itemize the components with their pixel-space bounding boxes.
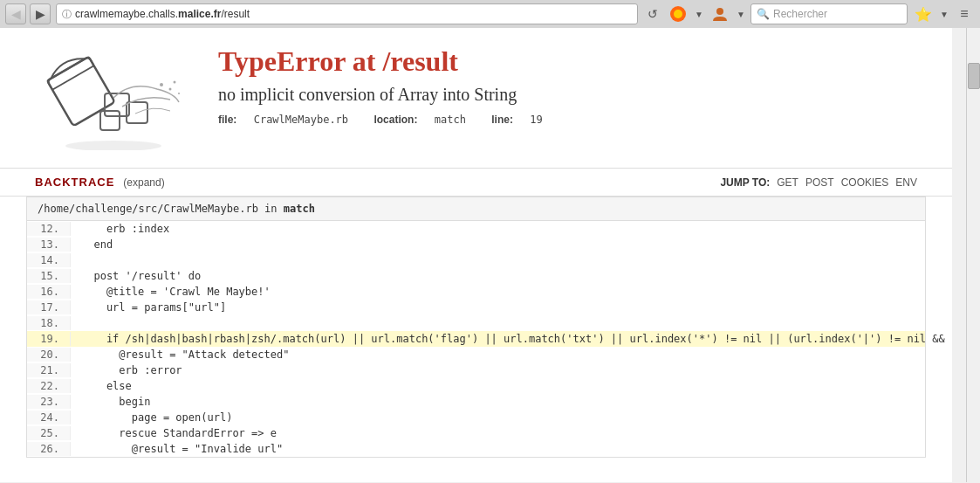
line-number: 12. [27,222,71,236]
error-header: TypeError at /result no implicit convers… [0,28,952,169]
svg-point-10 [174,81,176,84]
file-path-text: /home/challenge/src/CrawlMeMaybe.rb [38,203,258,215]
file-label: file: [218,114,236,126]
location-label: location: [373,114,417,126]
line-number: 14. [27,253,71,267]
reload-button[interactable]: ↺ [643,4,662,24]
dropdown-arrow-3[interactable]: ▼ [938,3,950,24]
code-text: rescue StandardError => e [71,427,277,439]
address-bar[interactable]: ⓘ crawlmemaybe.challs.malice.fr/result [56,3,638,24]
line-number: 26. [27,442,71,456]
nav-bar: ◀ ▶ ⓘ crawlmemaybe.challs.malice.fr/resu… [0,0,980,28]
code-line: 20. @result = "Attack detected" [27,347,925,362]
code-text: end [71,238,113,251]
address-domain: malice.fr [178,8,221,20]
svg-point-1 [674,10,682,18]
nav-icons: ▼ ▼ [666,3,747,24]
code-line: 23. begin [27,394,925,410]
line-number: 17. [27,300,71,314]
jump-cookies[interactable]: COOKIES [841,176,889,189]
svg-rect-6 [100,111,120,130]
backtrace-left: BACKTRACE (expand) [35,176,165,189]
file-path-in: in [264,203,284,215]
code-line: 13. end [27,237,925,252]
backtrace-label: BACKTRACE [35,176,114,189]
error-info: TypeError at /result no implicit convers… [218,45,917,126]
nav-extra-icons: ⭐ ▼ [911,3,950,24]
code-line: 19. if /sh|dash|bash|rbash|zsh/.match(ur… [27,331,925,347]
lock-icon: ⓘ [62,8,72,21]
code-line: 18. [27,315,925,331]
line-number: 13. [27,238,71,252]
forward-button[interactable]: ▶ [30,3,51,24]
line-number: 15. [27,269,71,283]
code-line: 21. erb :error [27,362,925,378]
file-path-match: match [284,203,315,215]
svg-point-8 [160,83,163,86]
error-title: TypeError at /result [218,45,917,78]
error-meta: file: CrawlMeMaybe.rb location: match li… [218,114,917,126]
line-number: 25. [27,426,71,440]
scrollbar-thumb[interactable] [968,63,980,89]
line-number: 16. [27,285,71,299]
code-block: 12. erb :index13. end14.15. post '/resul… [26,221,926,458]
code-text: @result = "Attack detected" [71,348,289,361]
code-line: 16. @title = 'Crawl Me Maybe!' [27,284,925,300]
jump-get[interactable]: GET [777,176,798,189]
svg-point-12 [65,141,161,150]
code-text: begin [71,396,150,408]
line-number: 21. [27,363,71,377]
svg-point-11 [178,93,180,94]
code-text: erb :index [71,223,169,235]
backtrace-bar: BACKTRACE (expand) JUMP TO: GET POST COO… [0,169,952,197]
dropdown-arrow-2[interactable]: ▼ [735,3,747,24]
line-number: 20. [27,348,71,362]
code-line: 26. @result = "Invalide url" [27,441,925,457]
page-content: TypeError at /result no implicit convers… [0,28,952,482]
address-text: crawlmemaybe.challs.malice.fr/result [75,8,250,20]
code-line: 24. page = open(url) [27,410,925,425]
code-text: post '/result' do [71,270,201,282]
line-value: 19 [530,114,542,126]
location-value: match [435,114,466,126]
jump-env[interactable]: ENV [895,176,917,189]
search-placeholder: Rechercher [773,8,827,20]
jump-to: JUMP TO: GET POST COOKIES ENV [720,176,917,189]
code-text: @title = 'Crawl Me Maybe!' [71,286,271,298]
file-value: CrawlMeMaybe.rb [254,114,348,126]
jump-post[interactable]: POST [805,176,834,189]
code-line: 12. erb :index [27,221,925,237]
code-line: 22. else [27,378,925,394]
line-number: 18. [27,316,71,330]
code-line: 15. post '/result' do [27,268,925,284]
browser-window: ◀ ▶ ⓘ crawlmemaybe.challs.malice.fr/resu… [0,0,980,483]
back-button[interactable]: ◀ [5,3,26,24]
line-number: 23. [27,395,71,409]
user-icon[interactable] [708,3,732,24]
splash-image [35,45,192,150]
code-line: 17. url = params["url"] [27,300,925,315]
line-number: 19. [27,332,71,346]
svg-point-2 [716,8,723,15]
expand-link[interactable]: (expand) [123,176,164,189]
search-icon: 🔍 [757,8,770,20]
scrollbar[interactable] [966,28,980,482]
dropdown-arrow-1[interactable]: ▼ [693,3,705,24]
search-bar[interactable]: 🔍 Rechercher [750,3,908,24]
file-path-bar: /home/challenge/src/CrawlMeMaybe.rb in m… [26,197,926,221]
code-text: erb :error [71,364,182,376]
code-text: @result = "Invalide url" [71,443,283,455]
line-number: 24. [27,411,71,424]
firefox-icon [666,3,690,24]
line-number: 22. [27,379,71,393]
error-message: no implicit conversion of Array into Str… [218,85,917,105]
code-text: if /sh|dash|bash|rbash|zsh/.match(url) |… [71,333,952,345]
svg-point-9 [169,88,172,91]
code-line: 25. rescue StandardError => e [27,425,925,441]
bookmark-icon[interactable]: ⭐ [911,3,935,24]
code-text: else [71,380,132,392]
code-text: page = open(url) [71,411,232,424]
code-line: 14. [27,252,925,268]
line-label: line: [491,114,513,126]
menu-button[interactable]: ≡ [954,3,975,24]
